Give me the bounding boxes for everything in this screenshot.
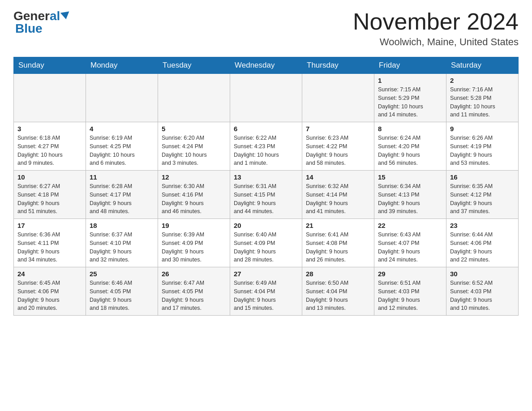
weekday-header-wednesday: Wednesday	[230, 57, 302, 74]
day-info: Sunrise: 6:26 AMSunset: 4:19 PMDaylight:…	[450, 134, 515, 167]
day-number: 23	[450, 222, 515, 229]
calendar-cell: 14Sunrise: 6:32 AMSunset: 4:14 PMDayligh…	[302, 171, 374, 219]
calendar-cell	[302, 74, 374, 122]
calendar-cell: 5Sunrise: 6:20 AMSunset: 4:24 PMDaylight…	[158, 122, 230, 171]
day-number: 13	[234, 173, 298, 181]
calendar-cell: 4Sunrise: 6:19 AMSunset: 4:25 PMDaylight…	[86, 122, 158, 171]
day-number: 10	[17, 173, 82, 181]
month-title: November 2024	[353, 9, 519, 34]
day-number: 30	[450, 270, 515, 278]
day-info: Sunrise: 6:32 AMSunset: 4:14 PMDaylight:…	[306, 182, 370, 216]
weekday-header-friday: Friday	[374, 57, 446, 74]
calendar-cell: 7Sunrise: 6:23 AMSunset: 4:22 PMDaylight…	[302, 122, 374, 171]
calendar-cell: 2Sunrise: 7:16 AMSunset: 5:28 PMDaylight…	[446, 74, 519, 122]
calendar-week-row: 10Sunrise: 6:27 AMSunset: 4:18 PMDayligh…	[14, 171, 519, 219]
day-info: Sunrise: 6:31 AMSunset: 4:15 PMDaylight:…	[234, 182, 298, 216]
weekday-header-saturday: Saturday	[446, 57, 519, 74]
calendar-cell	[230, 74, 302, 122]
day-info: Sunrise: 6:52 AMSunset: 4:03 PMDaylight:…	[450, 279, 515, 313]
day-info: Sunrise: 7:16 AMSunset: 5:28 PMDaylight:…	[450, 86, 515, 119]
day-number: 25	[90, 270, 154, 278]
calendar-cell: 1Sunrise: 7:15 AMSunset: 5:29 PMDaylight…	[374, 74, 446, 122]
weekday-header-monday: Monday	[86, 57, 158, 74]
weekday-header-row: SundayMondayTuesdayWednesdayThursdayFrid…	[14, 57, 519, 74]
calendar-cell: 20Sunrise: 6:40 AMSunset: 4:09 PMDayligh…	[230, 219, 302, 267]
calendar-cell: 16Sunrise: 6:35 AMSunset: 4:12 PMDayligh…	[446, 171, 519, 219]
calendar-cell: 12Sunrise: 6:30 AMSunset: 4:16 PMDayligh…	[158, 171, 230, 219]
calendar-cell: 28Sunrise: 6:50 AMSunset: 4:04 PMDayligh…	[302, 267, 374, 316]
weekday-header-thursday: Thursday	[302, 57, 374, 74]
calendar-cell: 6Sunrise: 6:22 AMSunset: 4:23 PMDaylight…	[230, 122, 302, 171]
day-info: Sunrise: 6:35 AMSunset: 4:12 PMDaylight:…	[450, 182, 515, 216]
calendar-cell: 25Sunrise: 6:46 AMSunset: 4:05 PMDayligh…	[86, 267, 158, 316]
page-header: General Blue November 2024 Woolwich, Mai…	[13, 9, 519, 48]
calendar-cell: 13Sunrise: 6:31 AMSunset: 4:15 PMDayligh…	[230, 171, 302, 219]
day-info: Sunrise: 6:36 AMSunset: 4:11 PMDaylight:…	[17, 231, 82, 264]
day-info: Sunrise: 6:22 AMSunset: 4:23 PMDaylight:…	[234, 134, 298, 167]
calendar-cell	[14, 74, 86, 122]
day-number: 18	[90, 222, 154, 229]
day-info: Sunrise: 6:28 AMSunset: 4:17 PMDaylight:…	[90, 182, 154, 216]
day-number: 15	[378, 173, 442, 181]
title-block: November 2024 Woolwich, Maine, United St…	[353, 9, 519, 48]
day-number: 5	[162, 125, 226, 133]
calendar-cell: 24Sunrise: 6:45 AMSunset: 4:06 PMDayligh…	[14, 267, 86, 316]
day-number: 24	[17, 270, 82, 278]
calendar-cell: 27Sunrise: 6:49 AMSunset: 4:04 PMDayligh…	[230, 267, 302, 316]
calendar-cell: 30Sunrise: 6:52 AMSunset: 4:03 PMDayligh…	[446, 267, 519, 316]
calendar-cell: 23Sunrise: 6:44 AMSunset: 4:06 PMDayligh…	[446, 219, 519, 267]
day-info: Sunrise: 6:45 AMSunset: 4:06 PMDaylight:…	[17, 279, 82, 313]
day-number: 14	[306, 173, 370, 181]
day-number: 3	[17, 125, 82, 133]
calendar-cell: 21Sunrise: 6:41 AMSunset: 4:08 PMDayligh…	[302, 219, 374, 267]
day-info: Sunrise: 6:40 AMSunset: 4:09 PMDaylight:…	[234, 231, 298, 264]
day-number: 1	[378, 77, 442, 84]
day-number: 21	[306, 222, 370, 229]
day-number: 22	[378, 222, 442, 229]
day-info: Sunrise: 6:47 AMSunset: 4:05 PMDaylight:…	[162, 279, 226, 313]
calendar-cell: 15Sunrise: 6:34 AMSunset: 4:13 PMDayligh…	[374, 171, 446, 219]
day-number: 2	[450, 77, 515, 84]
day-number: 26	[162, 270, 226, 278]
day-info: Sunrise: 6:24 AMSunset: 4:20 PMDaylight:…	[378, 134, 442, 167]
calendar-cell: 17Sunrise: 6:36 AMSunset: 4:11 PMDayligh…	[14, 219, 86, 267]
day-info: Sunrise: 6:20 AMSunset: 4:24 PMDaylight:…	[162, 134, 226, 167]
logo-blue-text: Blue	[13, 21, 43, 36]
calendar-week-row: 3Sunrise: 6:18 AMSunset: 4:27 PMDaylight…	[14, 122, 519, 171]
day-number: 11	[90, 173, 154, 181]
calendar-cell: 11Sunrise: 6:28 AMSunset: 4:17 PMDayligh…	[86, 171, 158, 219]
day-info: Sunrise: 6:49 AMSunset: 4:04 PMDaylight:…	[234, 279, 298, 313]
day-number: 16	[450, 173, 515, 181]
day-info: Sunrise: 6:27 AMSunset: 4:18 PMDaylight:…	[17, 182, 82, 216]
day-info: Sunrise: 6:44 AMSunset: 4:06 PMDaylight:…	[450, 231, 515, 264]
day-number: 28	[306, 270, 370, 278]
calendar-cell: 26Sunrise: 6:47 AMSunset: 4:05 PMDayligh…	[158, 267, 230, 316]
weekday-header-tuesday: Tuesday	[158, 57, 230, 74]
day-info: Sunrise: 6:30 AMSunset: 4:16 PMDaylight:…	[162, 182, 226, 216]
day-info: Sunrise: 6:46 AMSunset: 4:05 PMDaylight:…	[90, 279, 154, 313]
day-info: Sunrise: 6:23 AMSunset: 4:22 PMDaylight:…	[306, 134, 370, 167]
calendar-cell: 29Sunrise: 6:51 AMSunset: 4:03 PMDayligh…	[374, 267, 446, 316]
calendar-cell: 9Sunrise: 6:26 AMSunset: 4:19 PMDaylight…	[446, 122, 519, 171]
day-number: 7	[306, 125, 370, 133]
day-info: Sunrise: 6:43 AMSunset: 4:07 PMDaylight:…	[378, 231, 442, 264]
calendar-cell	[158, 74, 230, 122]
weekday-header-sunday: Sunday	[14, 57, 86, 74]
calendar-week-row: 1Sunrise: 7:15 AMSunset: 5:29 PMDaylight…	[14, 74, 519, 122]
location-title: Woolwich, Maine, United States	[353, 36, 519, 48]
day-number: 12	[162, 173, 226, 181]
logo: General Blue	[13, 9, 70, 36]
calendar-week-row: 24Sunrise: 6:45 AMSunset: 4:06 PMDayligh…	[14, 267, 519, 316]
calendar-cell: 22Sunrise: 6:43 AMSunset: 4:07 PMDayligh…	[374, 219, 446, 267]
calendar-cell: 18Sunrise: 6:37 AMSunset: 4:10 PMDayligh…	[86, 219, 158, 267]
day-number: 4	[90, 125, 154, 133]
day-info: Sunrise: 6:37 AMSunset: 4:10 PMDaylight:…	[90, 231, 154, 264]
calendar-cell: 10Sunrise: 6:27 AMSunset: 4:18 PMDayligh…	[14, 171, 86, 219]
day-number: 6	[234, 125, 298, 133]
calendar-cell: 19Sunrise: 6:39 AMSunset: 4:09 PMDayligh…	[158, 219, 230, 267]
day-info: Sunrise: 6:34 AMSunset: 4:13 PMDaylight:…	[378, 182, 442, 216]
day-info: Sunrise: 6:19 AMSunset: 4:25 PMDaylight:…	[90, 134, 154, 167]
day-number: 20	[234, 222, 298, 229]
day-info: Sunrise: 6:41 AMSunset: 4:08 PMDaylight:…	[306, 231, 370, 264]
day-number: 8	[378, 125, 442, 133]
